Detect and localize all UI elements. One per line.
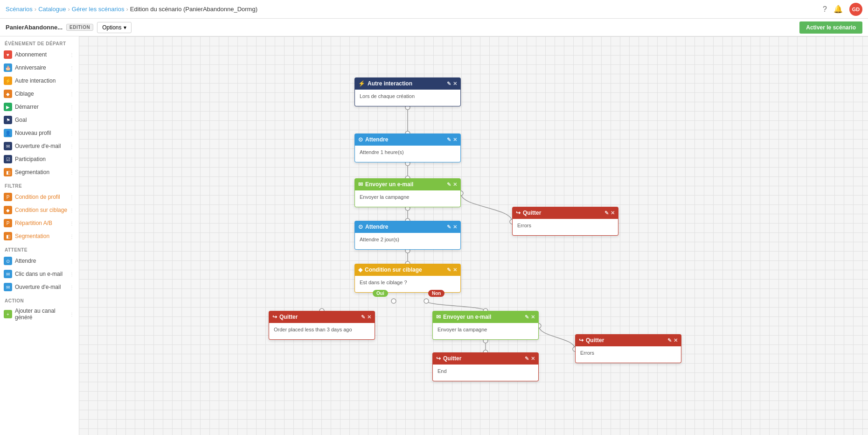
options-button[interactable]: Options ▾ [97, 22, 131, 33]
sidebar-item-icon: 🎂 [4, 63, 12, 72]
sidebar-item[interactable]: 👤Nouveau profil⋮ [0, 126, 79, 140]
sidebar-item-icon: + [4, 310, 12, 318]
breadcrumb-catalogue[interactable]: Catalogue [38, 6, 66, 13]
svg-point-10 [391, 299, 396, 303]
non-badge: Non [428, 290, 444, 297]
close-icon[interactable]: ✕ [531, 356, 535, 362]
sidebar-item-icon: ◆ [4, 90, 12, 98]
close-icon[interactable]: ✕ [453, 224, 457, 230]
node-attendre_1[interactable]: ⊙ Attendre✎ ✕Attendre 1 heure(s) [354, 133, 461, 162]
sidebar-item[interactable]: +Ajouter au canal généré⋮ [0, 305, 79, 323]
node-title: Envoyer un e-mail [365, 181, 413, 188]
sidebar-item-label: Ajouter au canal généré [15, 308, 69, 321]
edit-icon[interactable]: ✎ [604, 210, 609, 216]
drag-handle-icon: ⋮ [69, 105, 74, 110]
sidebar-item-icon: ▶ [4, 103, 12, 111]
node-autre_interaction[interactable]: ⚡ Autre interaction✎ ✕Lors de chaque cré… [354, 77, 461, 106]
sidebar-item-label: Condition de profil [15, 194, 60, 200]
sidebar-item[interactable]: ⚑Goal⋮ [0, 113, 79, 126]
drag-handle-icon: ⋮ [69, 195, 74, 200]
node-icon: ✉ [358, 181, 363, 188]
sidebar-item[interactable]: ✉Ouverture d'e-mail⋮ [0, 140, 79, 153]
node-body: Envoyer la campagne [354, 190, 461, 207]
bell-icon[interactable]: 🔔 [833, 5, 843, 14]
node-quitter_2[interactable]: ↪ Quitter✎ ✕Order placed less than 3 day… [269, 311, 375, 340]
sidebar-item-label: Démarrer [15, 104, 39, 110]
sidebar-item[interactable]: ♥Abonnement⋮ [0, 48, 79, 61]
close-icon[interactable]: ✕ [674, 337, 678, 344]
drag-handle-icon: ⋮ [69, 131, 74, 136]
node-body: End [432, 365, 539, 381]
edit-icon[interactable]: ✎ [447, 224, 451, 230]
breadcrumb-gerer[interactable]: Gérer les scénarios [72, 6, 125, 13]
user-avatar[interactable]: GD [849, 3, 862, 16]
node-condition_ciblage[interactable]: ◆ Condition sur ciblage✎ ✕Est dans le ci… [354, 264, 461, 293]
sidebar-item-label: Ouverture d'e-mail [15, 284, 61, 290]
edit-icon[interactable]: ✎ [361, 314, 365, 320]
sidebar-item-label: Participation [15, 156, 46, 162]
sidebar-item[interactable]: ▶Démarrer⋮ [0, 100, 79, 113]
drag-handle-icon: ⋮ [69, 52, 74, 57]
sidebar-item[interactable]: ◆Condition sur ciblage⋮ [0, 203, 79, 217]
edit-icon[interactable]: ✎ [667, 337, 672, 344]
sidebar-item-label: Segmentation [15, 233, 49, 239]
node-title: Attendre [365, 224, 388, 230]
node-title: Quitter [586, 337, 604, 344]
node-title: Quitter [523, 210, 541, 216]
sidebar-section-title: FILTRE [0, 179, 79, 190]
sidebar-item[interactable]: ☑Participation⋮ [0, 153, 79, 166]
sidebar-item[interactable]: ◧Segmentation⋮ [0, 230, 79, 243]
edit-icon[interactable]: ✎ [447, 267, 451, 273]
sidebar-item-icon: ♥ [4, 50, 12, 59]
edit-icon[interactable]: ✎ [525, 356, 529, 362]
node-envoyer_email_2[interactable]: ✉ Envoyer un e-mail✎ ✕Envoyer la campagn… [432, 311, 539, 340]
sidebar-item[interactable]: ⚡Autre interaction⋮ [0, 74, 79, 87]
close-icon[interactable]: ✕ [453, 137, 457, 143]
node-body: Attendre 1 heure(s) [354, 146, 461, 162]
sidebar-item-label: Goal [15, 117, 27, 123]
sidebar-item[interactable]: PCondition de profil⋮ [0, 190, 79, 203]
close-icon[interactable]: ✕ [367, 314, 371, 320]
sidebar-item-icon: ◧ [4, 232, 12, 240]
sidebar-item[interactable]: ⊙Attendre⋮ [0, 254, 79, 267]
edit-icon[interactable]: ✎ [447, 81, 451, 87]
edit-icon[interactable]: ✎ [447, 137, 451, 143]
node-quitter_3[interactable]: ↪ Quitter✎ ✕End [432, 352, 539, 381]
sidebar-item[interactable]: ◧Segmentation⋮ [0, 166, 79, 179]
activate-button[interactable]: Activer le scénario [799, 21, 862, 34]
sidebar-section-title: ATTENTE [0, 243, 79, 254]
sidebar-item-icon: 👤 [4, 129, 12, 137]
sidebar: ÉVÈNEMENT DE DÉPART♥Abonnement⋮🎂Annivers… [0, 36, 79, 435]
sidebar-section-title: ÉVÈNEMENT DE DÉPART [0, 36, 79, 48]
sidebar-item-icon: ✉ [4, 283, 12, 291]
node-quitter_1[interactable]: ↪ Quitter✎ ✕Errors [512, 207, 618, 236]
breadcrumb-scenarios[interactable]: Scénarios [6, 6, 33, 13]
sidebar-item-icon: ⊙ [4, 257, 12, 265]
node-attendre_2[interactable]: ⊙ Attendre✎ ✕Attendre 2 jour(s) [354, 221, 461, 250]
close-icon[interactable]: ✕ [611, 210, 615, 216]
sidebar-item[interactable]: ✉Ouverture d'e-mail⋮ [0, 281, 79, 294]
drag-handle-icon: ⋮ [69, 234, 74, 239]
node-quitter_4[interactable]: ↪ Quitter✎ ✕Errors [575, 334, 681, 363]
close-icon[interactable]: ✕ [531, 314, 535, 320]
close-icon[interactable]: ✕ [453, 267, 457, 273]
sidebar-item-label: Nouveau profil [15, 130, 51, 136]
close-icon[interactable]: ✕ [453, 182, 457, 188]
node-icon: ↪ [579, 337, 583, 344]
sidebar-item-icon: ☑ [4, 155, 12, 163]
sidebar-item[interactable]: 🎂Anniversaire⋮ [0, 61, 79, 74]
close-icon[interactable]: ✕ [453, 81, 457, 87]
sidebar-item[interactable]: PRépartition A/B⋮ [0, 217, 79, 230]
help-icon[interactable]: ? [823, 5, 827, 14]
node-body: Lors de chaque création [354, 90, 461, 106]
sidebar-item[interactable]: ◆Ciblage⋮ [0, 87, 79, 100]
canvas[interactable]: ⚡ Autre interaction✎ ✕Lors de chaque cré… [79, 36, 868, 435]
edit-icon[interactable]: ✎ [525, 314, 529, 320]
node-icon: ↪ [272, 314, 277, 320]
sidebar-item-label: Répartition A/B [15, 220, 52, 226]
edit-icon[interactable]: ✎ [447, 182, 451, 188]
sidebar-item[interactable]: ✉Clic dans un e-mail⋮ [0, 267, 79, 281]
sidebar-item-label: Condition sur ciblage [15, 207, 67, 213]
node-icon: ⊙ [358, 224, 363, 230]
node-envoyer_email_1[interactable]: ✉ Envoyer un e-mail✎ ✕Envoyer la campagn… [354, 178, 461, 207]
